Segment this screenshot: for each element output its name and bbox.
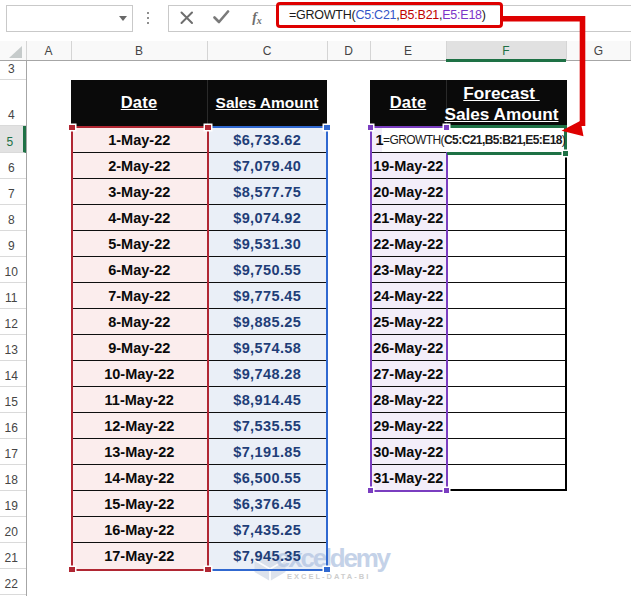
- svg-text:EXCEL-DATA-BI: EXCEL-DATA-BI: [287, 572, 370, 581]
